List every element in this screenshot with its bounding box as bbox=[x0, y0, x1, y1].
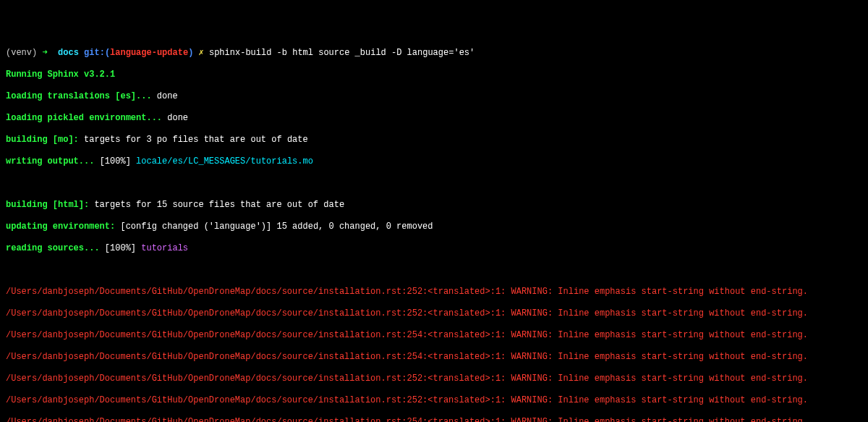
warning: /Users/danbjoseph/Documents/GitHub/OpenD… bbox=[6, 287, 862, 297]
venv: (venv) bbox=[6, 48, 37, 58]
blank bbox=[6, 178, 862, 189]
running: Running Sphinx v3.2.1 bbox=[6, 69, 862, 80]
arrow: ➜ bbox=[42, 48, 47, 58]
writing-mo: writing output... [100%] locale/es/LC_ME… bbox=[6, 156, 862, 167]
warning: /Users/danbjoseph/Documents/GitHub/OpenD… bbox=[6, 352, 862, 363]
blank bbox=[6, 265, 862, 276]
git: git:( bbox=[84, 48, 110, 58]
updating-env: updating environment: [config changed ('… bbox=[6, 221, 862, 232]
prompt-line[interactable]: (venv) ➜ docs git:(language-update) ✗ sp… bbox=[6, 48, 862, 59]
warning: /Users/danbjoseph/Documents/GitHub/OpenD… bbox=[6, 395, 862, 406]
command: sphinx-build -b html source _build -D la… bbox=[209, 48, 475, 58]
building-html: building [html]: targets for 15 source f… bbox=[6, 200, 862, 211]
warning: /Users/danbjoseph/Documents/GitHub/OpenD… bbox=[6, 374, 862, 384]
dirty-glyph: ✗ bbox=[199, 48, 204, 58]
cwd: docs bbox=[58, 48, 79, 58]
warning: /Users/danbjoseph/Documents/GitHub/OpenD… bbox=[6, 417, 862, 422]
loading-translations: loading translations [es]... done bbox=[6, 91, 862, 102]
reading-sources: reading sources... [100%] tutorials bbox=[6, 243, 862, 254]
branch: language-update bbox=[110, 48, 188, 58]
building-mo: building [mo]: targets for 3 po files th… bbox=[6, 135, 862, 145]
warning: /Users/danbjoseph/Documents/GitHub/OpenD… bbox=[6, 330, 862, 341]
warning: /Users/danbjoseph/Documents/GitHub/OpenD… bbox=[6, 308, 862, 319]
loading-env: loading pickled environment... done bbox=[6, 113, 862, 124]
git-close: ) bbox=[188, 48, 193, 58]
